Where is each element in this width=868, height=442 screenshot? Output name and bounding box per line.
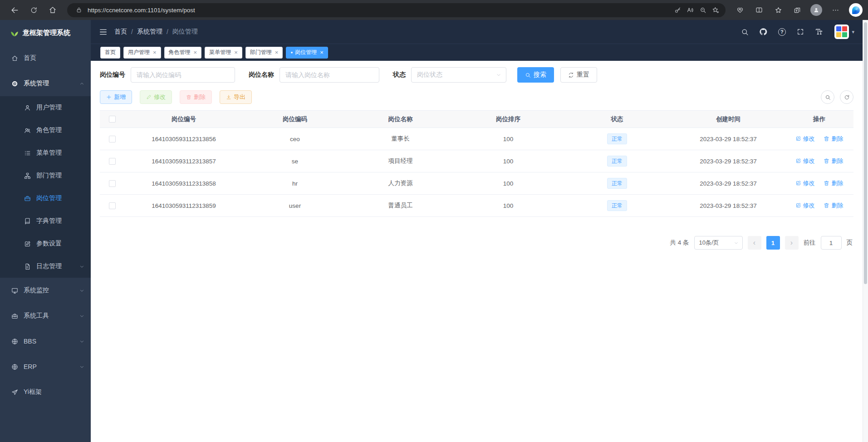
refresh-table-button[interactable] <box>840 90 853 104</box>
sidebar-item-erp[interactable]: ERP <box>0 354 91 379</box>
row-edit-link[interactable]: 修改 <box>795 135 815 143</box>
row-checkbox[interactable] <box>109 136 116 142</box>
breadcrumb-home[interactable]: 首页 <box>114 28 127 36</box>
close-icon[interactable]: × <box>275 49 279 55</box>
sidebar-item-system-management[interactable]: 系统管理 <box>0 71 91 96</box>
close-icon[interactable]: × <box>194 49 197 55</box>
status-select[interactable]: 岗位状态 <box>411 67 506 83</box>
more-icon[interactable] <box>826 2 844 18</box>
col-post-sort: 岗位排序 <box>454 111 563 128</box>
prev-page-button[interactable]: ‹ <box>748 236 761 250</box>
edit-button[interactable]: 修改 <box>140 90 172 104</box>
scrollbar[interactable] <box>863 20 868 442</box>
tab-dept-management[interactable]: 部门管理× <box>245 47 283 59</box>
collections-icon[interactable] <box>788 2 806 18</box>
delete-button[interactable]: 删除 <box>180 90 212 104</box>
copilot-icon[interactable] <box>849 3 863 17</box>
hamburger-icon[interactable] <box>99 28 108 36</box>
profile-avatar[interactable] <box>807 2 825 18</box>
post-code-input[interactable] <box>131 67 235 83</box>
user-avatar[interactable]: ▾ <box>834 25 854 39</box>
sidebar-item-post-management[interactable]: 岗位管理 <box>0 187 91 210</box>
browser-essentials-icon[interactable] <box>731 2 749 18</box>
goto-page-input[interactable] <box>821 236 842 250</box>
select-all-checkbox[interactable] <box>109 116 116 123</box>
gear-icon <box>11 80 18 87</box>
close-icon[interactable]: × <box>153 49 157 55</box>
search-button[interactable]: 搜索 <box>517 67 554 83</box>
export-button[interactable]: 导出 <box>220 90 252 104</box>
row-delete-link[interactable]: 删除 <box>824 135 843 143</box>
read-aloud-icon[interactable] <box>684 4 696 16</box>
url-text[interactable]: https://ccnetcore.com:1101/system/post <box>88 7 671 14</box>
post-name-label: 岗位名称 <box>249 71 274 79</box>
leaf-logo-icon <box>11 28 18 37</box>
github-icon[interactable] <box>758 27 768 37</box>
sidebar-item-log-management[interactable]: 日志管理 <box>0 255 91 278</box>
post-table: 岗位编号 岗位编码 岗位名称 岗位排序 状态 创建时间 操作 16410305 <box>100 110 853 217</box>
breadcrumb-system[interactable]: 系统管理 <box>137 28 162 36</box>
scrollbar-thumb[interactable] <box>864 22 867 284</box>
search-icon[interactable] <box>740 27 750 37</box>
edit-square-icon <box>24 241 31 247</box>
close-icon[interactable]: × <box>320 49 324 55</box>
zoom-out-icon[interactable] <box>696 4 709 16</box>
row-edit-link[interactable]: 修改 <box>795 179 815 187</box>
tab-user-management[interactable]: 用户管理× <box>123 47 161 59</box>
font-size-icon[interactable] <box>814 27 824 37</box>
filter-form: 岗位编号 岗位名称 状态 岗位状态 搜索 <box>100 67 853 83</box>
row-edit-link[interactable]: 修改 <box>795 201 815 210</box>
address-bar[interactable]: https://ccnetcore.com:1101/system/post <box>67 3 726 17</box>
row-edit-link[interactable]: 修改 <box>795 157 815 165</box>
goto-label: 前往 <box>804 239 816 247</box>
close-icon[interactable]: × <box>234 49 238 55</box>
tab-bar: 首页 用户管理× 角色管理× 菜单管理× 部门管理× ●岗位管理× <box>91 44 863 61</box>
cell-sort: 100 <box>454 128 563 150</box>
page-1-button[interactable]: 1 <box>766 236 780 250</box>
row-delete-link[interactable]: 删除 <box>824 157 843 165</box>
cell-sort: 100 <box>454 195 563 217</box>
tab-post-management[interactable]: ●岗位管理× <box>286 47 328 59</box>
back-button[interactable] <box>5 2 24 18</box>
sidebar-item-dict-management[interactable]: 字典管理 <box>0 210 91 232</box>
home-button[interactable] <box>44 2 62 18</box>
row-checkbox[interactable] <box>109 158 116 165</box>
sidebar-item-system-tools[interactable]: 系统工具 <box>0 303 91 329</box>
sidebar-item-param-settings[interactable]: 参数设置 <box>0 232 91 255</box>
sidebar: 意框架管理系统 首页 系统管理 用户管理 <box>0 20 91 442</box>
row-delete-link[interactable]: 删除 <box>824 179 843 187</box>
password-key-icon[interactable] <box>671 4 684 16</box>
post-name-input[interactable] <box>280 67 379 83</box>
help-icon[interactable]: ? <box>777 27 787 37</box>
favorites-icon[interactable] <box>769 2 787 18</box>
sidebar-item-menu-management[interactable]: 菜单管理 <box>0 142 91 164</box>
split-screen-icon[interactable] <box>750 2 768 18</box>
reset-button[interactable]: 重置 <box>560 67 597 83</box>
sidebar-item-system-monitor[interactable]: 系统监控 <box>0 278 91 303</box>
refresh-button[interactable] <box>25 2 43 18</box>
sidebar-item-role-management[interactable]: 角色管理 <box>0 119 91 142</box>
add-button[interactable]: 新增 <box>100 90 132 104</box>
sidebar-item-dept-management[interactable]: 部门管理 <box>0 164 91 187</box>
tab-role-management[interactable]: 角色管理× <box>164 47 202 59</box>
breadcrumb-separator: / <box>167 28 168 35</box>
sidebar-item-home[interactable]: 首页 <box>0 45 91 71</box>
page-size-select[interactable]: 10条/页 <box>694 236 743 250</box>
row-checkbox[interactable] <box>109 180 116 187</box>
sidebar-item-bbs[interactable]: BBS <box>0 329 91 354</box>
fullscreen-icon[interactable] <box>795 27 805 37</box>
row-delete-link[interactable]: 删除 <box>824 201 843 210</box>
chevron-down-icon <box>496 72 501 78</box>
chevron-down-icon <box>79 339 84 344</box>
submenu-system-management: 用户管理 角色管理 菜单管理 部门管理 <box>0 96 91 278</box>
tab-home[interactable]: 首页 <box>100 47 120 59</box>
tab-menu-management[interactable]: 菜单管理× <box>205 47 242 59</box>
next-page-button[interactable]: › <box>785 236 799 250</box>
sidebar-item-yi-framework[interactable]: Yi框架 <box>0 379 91 405</box>
sidebar-item-user-management[interactable]: 用户管理 <box>0 96 91 119</box>
favorite-star-icon[interactable] <box>709 4 722 16</box>
avatar-image <box>834 25 849 39</box>
browser-toolbar: https://ccnetcore.com:1101/system/post <box>0 0 868 20</box>
toggle-search-button[interactable] <box>821 90 834 104</box>
row-checkbox[interactable] <box>109 202 116 209</box>
